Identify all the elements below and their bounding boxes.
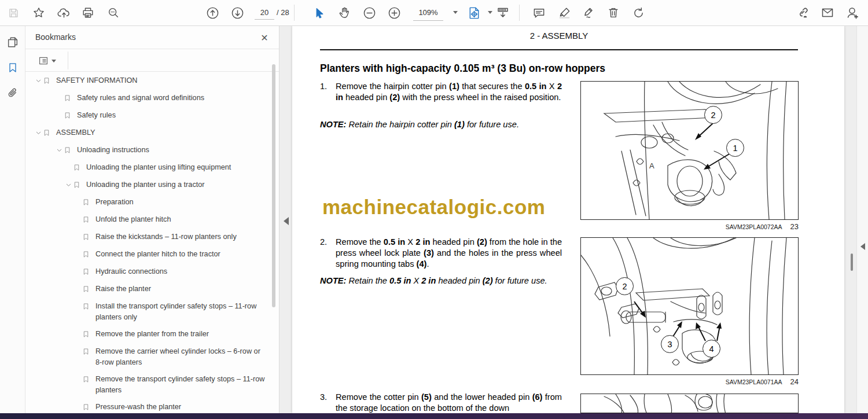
bookmark-label: SAFETY INFORMATION xyxy=(56,75,138,86)
zoom-level-value[interactable]: 109% xyxy=(413,8,443,21)
panel-scrollbar[interactable] xyxy=(272,64,275,307)
bookmark-item[interactable]: SAFETY INFORMATION xyxy=(25,72,271,90)
panel-title: Bookmarks xyxy=(35,32,76,42)
hand-tool-icon[interactable] xyxy=(333,2,355,24)
add-user-icon[interactable] xyxy=(841,2,863,24)
bookmark-item[interactable]: Remove the transport cylinder safety sto… xyxy=(25,371,271,399)
callout-1: 1 xyxy=(726,139,744,157)
figure-1: A 2 1 xyxy=(580,81,799,220)
bookmarks-panel-icon[interactable] xyxy=(0,55,25,80)
figure-3 xyxy=(580,394,799,413)
step-3: 3. Remove the cotter pin (5) and the low… xyxy=(320,392,562,413)
step-1: 1. Remove the hairpin cotter pin (1) tha… xyxy=(320,81,562,103)
bookmark-label: Unloading instructions xyxy=(77,145,149,156)
print-icon[interactable] xyxy=(77,2,99,24)
bookmark-icon xyxy=(43,75,51,86)
bookmark-icon xyxy=(73,162,81,173)
bookmark-label: Remove the transport cylinder safety sto… xyxy=(95,374,266,396)
zoom-out-icon[interactable] xyxy=(358,2,380,24)
favorite-star-icon[interactable] xyxy=(28,2,50,24)
callout-4: 4 xyxy=(703,340,720,358)
bookmark-item[interactable]: Safety rules xyxy=(25,107,271,124)
bookmark-item[interactable]: Unloading instructions xyxy=(25,142,271,159)
cloud-upload-icon[interactable] xyxy=(53,2,75,24)
bookmark-item[interactable]: Hydraulic connections xyxy=(25,263,271,281)
callout-2: 2 xyxy=(616,277,634,295)
previous-page-icon[interactable] xyxy=(201,2,223,24)
select-tool-icon[interactable] xyxy=(308,2,330,24)
attachments-paperclip-icon[interactable] xyxy=(0,80,25,106)
watermark-text: machinecatalogic.com xyxy=(322,196,545,219)
bookmark-item[interactable]: ASSEMBLY xyxy=(25,124,271,142)
bookmark-item[interactable]: Unfold the planter hitch xyxy=(25,211,271,229)
rotate-icon[interactable] xyxy=(627,2,649,24)
bookmark-item[interactable]: Unloading the planter using lifting equi… xyxy=(25,159,271,177)
zoom-dropdown-caret[interactable] xyxy=(453,11,458,14)
toolbar-divider xyxy=(294,5,295,21)
bookmark-item[interactable]: Install the transport cylinder safety st… xyxy=(25,298,271,326)
bookmark-icon xyxy=(64,93,72,104)
bookmark-label: Hydraulic connections xyxy=(95,266,167,277)
bookmark-item[interactable]: Remove the planter from the trailer xyxy=(25,326,271,343)
share-link-icon[interactable] xyxy=(792,2,814,24)
bookmark-label: Unloading the planter using a tractor xyxy=(86,179,205,190)
bookmark-label: Preparation xyxy=(95,197,134,208)
bookmark-label: Raise the kickstands – 11-row planters o… xyxy=(95,231,237,242)
next-page-icon[interactable] xyxy=(226,2,248,24)
step-text: Remove the cotter pin (5) and the lower … xyxy=(336,392,562,413)
bookmark-item[interactable]: Remove the carrier wheel cylinder locks … xyxy=(25,343,271,371)
page-thumbnails-icon[interactable] xyxy=(0,30,25,55)
close-icon[interactable]: ✕ xyxy=(258,31,271,44)
bookmark-icon xyxy=(82,346,90,357)
bookmark-label: Raise the planter xyxy=(95,284,151,295)
bookmark-icon xyxy=(64,145,72,156)
highlighter-icon[interactable] xyxy=(553,2,575,24)
step-number: 3. xyxy=(320,392,336,413)
document-area: 2 - ASSEMBLY Planters with high-capacity… xyxy=(280,26,856,413)
delete-trash-icon[interactable] xyxy=(602,2,624,24)
collapse-right-arrow-icon[interactable] xyxy=(860,243,865,250)
step-number: 2. xyxy=(320,237,336,270)
bookmark-item[interactable]: Preparation xyxy=(25,194,271,211)
comment-icon[interactable] xyxy=(528,2,550,24)
step-number: 1. xyxy=(320,81,336,103)
bookmarks-toolbar xyxy=(25,49,279,72)
zoom-in-icon[interactable] xyxy=(383,2,405,24)
bookmark-item[interactable]: Connect the planter hitch to the tractor xyxy=(25,246,271,263)
right-edge-pane xyxy=(856,26,868,413)
bookmark-label: Install the transport cylinder safety st… xyxy=(95,301,266,323)
bookmark-label: Unloading the planter using lifting equi… xyxy=(86,162,231,173)
bookmark-item[interactable]: Pressure-wash the planter xyxy=(25,399,271,413)
save-icon[interactable] xyxy=(2,2,24,24)
bookmark-label: ASSEMBLY xyxy=(56,127,95,138)
step-text: Remove the 0.5 in X 2 in headed pin (2) … xyxy=(336,237,562,270)
section-title: Planters with high-capacity 0.105 m³ (3 … xyxy=(320,63,725,75)
collapse-panel-arrow-icon[interactable] xyxy=(284,217,289,225)
email-icon[interactable] xyxy=(816,2,838,24)
search-icon[interactable] xyxy=(102,2,124,24)
bookmark-item[interactable]: Raise the kickstands – 11-row planters o… xyxy=(25,229,271,246)
page-number-input[interactable] xyxy=(255,6,274,20)
navigation-rail xyxy=(0,26,25,413)
scroll-mode-icon[interactable] xyxy=(492,2,514,24)
note-1: NOTE: Retain the hairpin cotter pin (1) … xyxy=(320,119,562,130)
fit-page-icon[interactable] xyxy=(463,2,485,24)
chevron-down-icon[interactable] xyxy=(54,145,64,156)
note-2: NOTE: Retain the 0.5 in X 2 in headed pi… xyxy=(320,275,562,286)
bookmark-icon xyxy=(82,197,90,208)
bookmark-item[interactable]: Raise the planter xyxy=(25,281,271,298)
document-scrollbar[interactable] xyxy=(851,253,853,271)
top-toolbar: / 28 109% xyxy=(0,0,868,26)
chevron-down-icon[interactable] xyxy=(34,75,43,86)
callout-3: 3 xyxy=(661,335,679,353)
bookmark-options-button[interactable] xyxy=(34,53,60,68)
page-total-label: / 28 xyxy=(277,8,289,17)
signature-pen-icon[interactable] xyxy=(578,2,599,24)
bookmark-item[interactable]: Safety rules and signal word definitions xyxy=(25,90,271,107)
chevron-down-icon[interactable] xyxy=(34,127,43,138)
bookmark-item[interactable]: Unloading the planter using a tractor xyxy=(25,177,271,194)
divider xyxy=(68,52,68,69)
chevron-down-icon[interactable] xyxy=(64,179,73,190)
bookmark-icon xyxy=(82,284,90,295)
bookmark-icon xyxy=(82,301,90,312)
